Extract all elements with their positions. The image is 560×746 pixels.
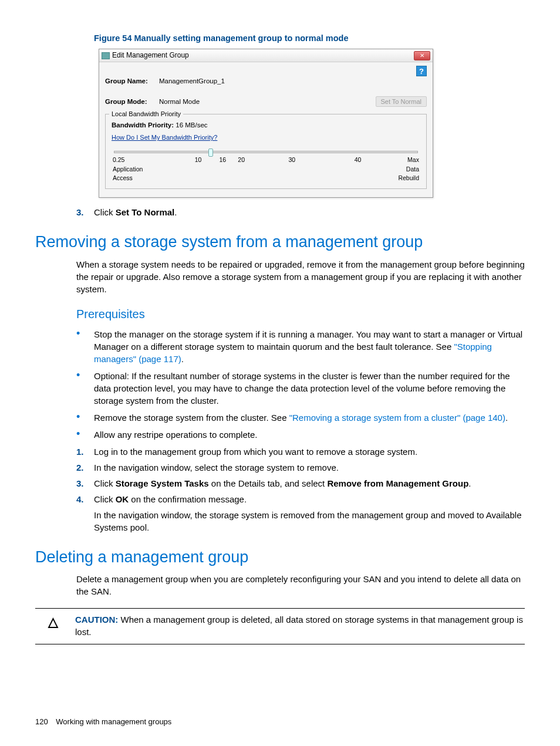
bandwidth-priority-label: Bandwidth Priority: — [112, 121, 174, 129]
caution-body: When a management group is deleted, all … — [75, 615, 523, 637]
group-name-row: Group Name: ManagementGroup_1 — [105, 76, 427, 86]
page-number: 120 — [35, 717, 48, 726]
edit-management-group-dialog: Edit Management Group ✕ ? Group Name: Ma… — [99, 49, 433, 197]
slider-ticks: 0.25 10 16 20 30 40 Max — [113, 156, 419, 164]
bullet-icon: • — [76, 370, 94, 407]
bandwidth-slider[interactable] — [114, 151, 418, 153]
dialog-title: Edit Management Group — [112, 50, 414, 60]
removing-result-text: In the navigation window, the storage sy… — [94, 509, 525, 534]
page-footer: 120 Working with management groups — [35, 717, 171, 727]
caution-label: CAUTION: — [75, 615, 118, 625]
slider-thumb-icon[interactable] — [208, 148, 213, 157]
slider-left-label: Application Access — [113, 165, 143, 182]
section-heading-removing: Removing a storage system from a managem… — [35, 231, 525, 254]
chapter-title: Working with management groups — [56, 717, 171, 726]
link-removing-from-cluster[interactable]: "Removing a storage system from a cluste… — [289, 413, 505, 423]
bullet-icon: • — [76, 428, 94, 441]
list-item: 3. Click Storage System Tasks on the Det… — [76, 477, 525, 490]
bandwidth-priority-value: 16 MB/sec — [176, 121, 207, 129]
bullet-icon: • — [76, 411, 94, 424]
deleting-intro: Delete a management group when you are c… — [76, 573, 525, 598]
bandwidth-help-link[interactable]: How Do I Set My Bandwidth Priority? — [112, 133, 217, 142]
group-name-value: ManagementGroup_1 — [159, 76, 225, 86]
help-icon[interactable]: ? — [416, 66, 427, 76]
bandwidth-legend: Local Bandwidth Priority — [109, 110, 183, 119]
instruction-step-3: 3. Click Set To Normal. — [76, 206, 525, 218]
list-item: • Optional: If the resultant number of s… — [76, 370, 525, 407]
set-to-normal-button[interactable]: Set To Normal — [376, 96, 427, 107]
caution-box: △ CAUTION: When a management group is de… — [35, 608, 525, 644]
list-item: • Stop the manager on the storage system… — [76, 328, 525, 365]
caution-icon: △ — [35, 613, 70, 638]
list-item: 2. In the navigation window, select the … — [76, 461, 525, 474]
removing-intro: When a storage system needs to be repair… — [76, 258, 525, 295]
section-heading-deleting: Deleting a management group — [35, 546, 525, 569]
slider-right-label: Data Rebuild — [398, 165, 419, 182]
list-item: 1. Log in to the management group from w… — [76, 445, 525, 458]
list-item: 4. Click OK on the confirmation message. — [76, 493, 525, 505]
app-icon — [102, 52, 110, 59]
bandwidth-priority-fieldset: Local Bandwidth Priority Bandwidth Prior… — [105, 114, 427, 189]
figure-caption: Figure 54 Manually setting management gr… — [94, 32, 525, 44]
group-name-label: Group Name: — [105, 76, 159, 86]
dialog-titlebar: Edit Management Group ✕ — [99, 49, 433, 62]
subheading-prerequisites: Prerequisites — [76, 306, 525, 322]
bullet-icon: • — [76, 328, 94, 365]
group-mode-row: Group Mode: Normal Mode Set To Normal — [105, 96, 427, 107]
list-item: • Remove the storage system from the clu… — [76, 411, 525, 424]
list-item: • Allow any restripe operations to compl… — [76, 428, 525, 441]
group-mode-label: Group Mode: — [105, 97, 159, 106]
close-icon[interactable]: ✕ — [414, 51, 430, 60]
group-mode-value: Normal Mode — [159, 97, 200, 106]
